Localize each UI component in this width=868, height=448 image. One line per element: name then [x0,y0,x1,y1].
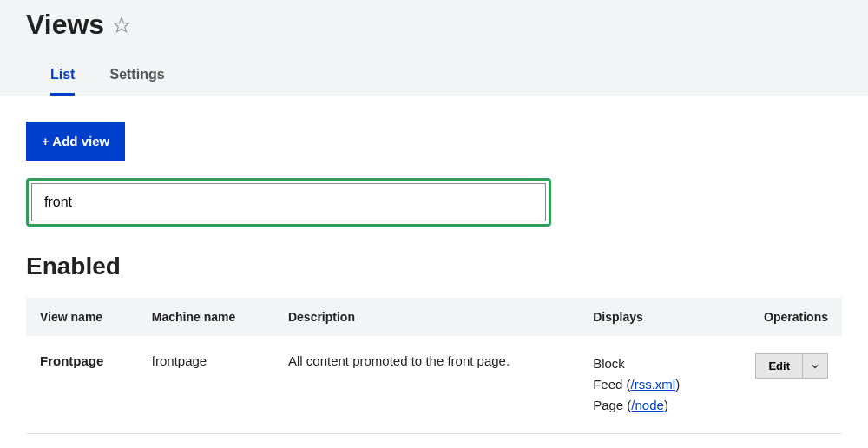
display-page-label: Page ( [593,398,631,412]
col-view-name: View name [26,298,138,336]
section-enabled-title: Enabled [26,253,842,280]
tab-settings[interactable]: Settings [109,58,164,96]
cell-operations: Edit [720,336,842,434]
cell-description: All content promoted to the front page. [274,336,579,434]
table-row: Frontpage frontpage All content promoted… [26,336,842,434]
cell-view-name: Frontpage [26,336,138,434]
display-feed-link[interactable]: /rss.xml [631,377,676,392]
filter-input[interactable] [31,183,546,221]
chevron-down-icon [810,361,820,372]
display-feed-label: Feed ( [593,377,630,392]
tabs: List Settings [50,58,842,96]
svg-marker-0 [115,17,129,31]
display-page-link[interactable]: /node [631,398,664,412]
add-view-button[interactable]: + Add view [26,122,125,161]
tab-list[interactable]: List [50,58,75,96]
cell-displays: Block Feed (/rss.xml) Page (/node) [579,336,719,434]
display-page-close: ) [664,398,668,412]
cell-machine-name: frontpage [138,336,274,434]
page-title: Views [26,9,104,41]
edit-button[interactable]: Edit [755,353,803,379]
display-feed-close: ) [675,377,680,392]
filter-input-wrap [26,178,551,227]
star-icon[interactable] [113,16,130,34]
col-operations: Operations [720,298,842,336]
col-machine-name: Machine name [138,298,274,336]
views-table: View name Machine name Description Displ… [26,298,842,434]
col-description: Description [274,298,579,336]
col-displays: Displays [579,298,719,336]
display-block: Block [593,353,705,374]
operations-dropdown-button[interactable] [803,353,828,379]
